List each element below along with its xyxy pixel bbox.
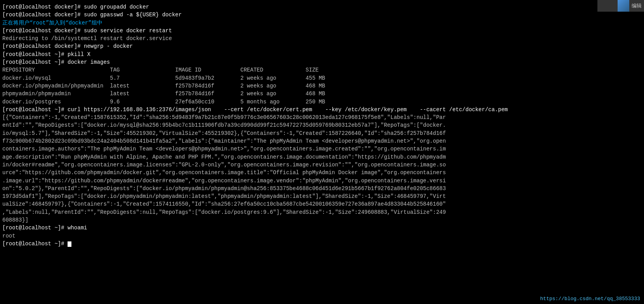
terminal-line: 608883}] [2,216,642,224]
terminal-line: in/docker#readme","org.opencontainers.im… [2,161,642,169]
top-right-panel: 编辑 [597,0,644,12]
terminal: [root@localhost docker]# sudo groupadd d… [0,0,644,304]
terminal-line: 1973d5daf1"],"RepoTags":["docker.io/phpm… [2,192,642,200]
terminal-line: [root@localhost docker]# sudo service do… [2,27,642,35]
terminal-line: on":"5.0.2"},"ParentId":"","RepoDigests"… [2,185,642,192]
terminal-line: urce":"https://github.com/phpmyadmin/doc… [2,169,642,176]
terminal-line: [root@localhost docker]# sudo groupadd d… [2,3,642,11]
thumbnail-image [618,0,629,12]
terminal-line: root [2,232,642,240]
terminal-line: phpmyadmin/phpmyadmin latest f257b784d16… [2,90,642,98]
edit-label: 编辑 [632,2,642,9]
terminal-line: .image.url":"https://github.com/phpmyadm… [2,177,642,185]
terminal-line: [{"Containers":-1,"Created":1587615352,"… [2,114,642,121]
url-bar: https://blog.csdn.net/qq_38553333 [540,296,640,302]
terminal-line: ualSize":468459797},{"Containers":-1,"Cr… [2,200,642,208]
terminal-line: entId":"","RepoDigests":["docker.io/mysq… [2,121,642,129]
terminal-line: f73c900b674b2802d23c09bd93bdc24a2404b508… [2,137,642,145]
terminal-line: age.description":"Run phpMyAdmin with Al… [2,153,642,161]
terminal-line: REPOSITORY TAG IMAGE ID CREATED SIZE [2,66,642,74]
terminal-line: docker.io/phpmyadmin/phpmyadmin latest f… [2,82,642,90]
terminal-line: [root@localhost ~]# curl https://192.168… [2,106,642,114]
terminal-line: [root@localhost ~]# pkill X [2,51,642,58]
terminal-line: 正在将用户“root”加入到“docker”组中 [2,19,642,27]
terminal-line: [root@localhost ~]# docker images [2,58,642,66]
terminal-line: [root@localhost docker]# newgrp - docker [2,42,642,50]
terminal-line: Redirecting to /bin/systemctl restart do… [2,35,642,42]
terminal-line: ,"Labels":null,"ParentId":"","RepoDigest… [2,208,642,216]
terminal-line: docker.io/postgres 9.6 27ef6a50cc10 5 mo… [2,98,642,106]
terminal-line: containers.image.authors":"The phpMyAdmi… [2,145,642,153]
terminal-line: io/mysql:5.7"],"SharedSize":-1,"Size":45… [2,129,642,137]
terminal-line: [root@localhost docker]# sudo gpasswd -a… [2,11,642,19]
terminal-line: docker.io/mysql 5.7 5d9483f9a7b2 2 weeks… [2,74,642,82]
terminal-line: [root@localhost ~]# whoami [2,224,642,232]
terminal-line: [root@localhost ~]# [2,240,642,248]
